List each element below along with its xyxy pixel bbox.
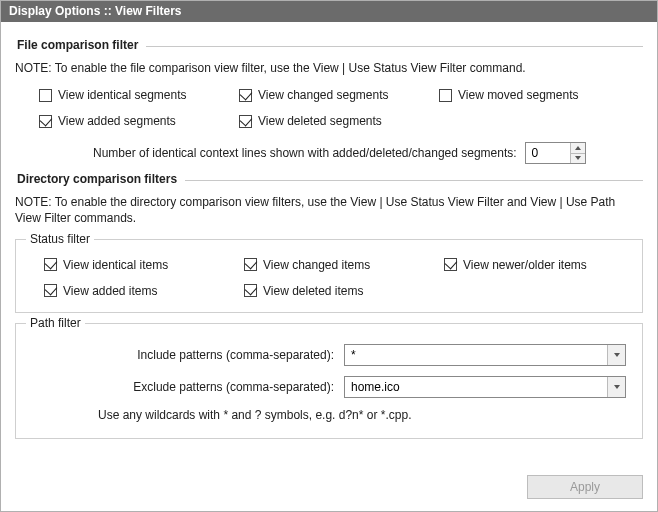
- view-changed-segments-checkbox[interactable]: View changed segments: [239, 88, 439, 102]
- checkbox-box: [44, 284, 57, 297]
- chevron-up-icon: [575, 146, 581, 150]
- checkbox-box: [44, 258, 57, 271]
- exclude-patterns-label: Exclude patterns (comma-separated):: [58, 380, 338, 394]
- checkbox-box: [439, 89, 452, 102]
- context-lines-input[interactable]: [526, 143, 570, 163]
- view-deleted-items-checkbox[interactable]: View deleted items: [244, 284, 444, 298]
- checkbox-label: View identical segments: [58, 88, 187, 102]
- checkbox-box: [444, 258, 457, 271]
- chevron-down-icon: [614, 353, 620, 357]
- path-filter-title: Path filter: [26, 316, 85, 330]
- dialog-title: Display Options :: View Filters: [1, 1, 657, 22]
- divider: [185, 180, 643, 181]
- view-newer-older-items-checkbox[interactable]: View newer/older items: [444, 258, 644, 272]
- checkbox-label: View added segments: [58, 114, 176, 128]
- include-patterns-input[interactable]: [345, 345, 607, 365]
- view-added-segments-checkbox[interactable]: View added segments: [39, 114, 239, 128]
- path-filter-hint: Use any wildcards with * and ? symbols, …: [98, 408, 630, 422]
- include-patterns-label: Include patterns (comma-separated):: [58, 348, 338, 362]
- checkbox-label: View changed items: [263, 258, 370, 272]
- file-comparison-filter-group: File comparison filter NOTE: To enable t…: [15, 38, 643, 164]
- status-filter-group: Status filter View identical items View …: [15, 239, 643, 313]
- include-patterns-combo[interactable]: [344, 344, 626, 366]
- checkbox-box: [39, 115, 52, 128]
- view-moved-segments-checkbox[interactable]: View moved segments: [439, 88, 639, 102]
- checkbox-box: [239, 89, 252, 102]
- status-filter-title: Status filter: [26, 232, 94, 246]
- spin-down-button[interactable]: [571, 153, 585, 164]
- checkbox-label: View added items: [63, 284, 158, 298]
- divider: [146, 46, 643, 47]
- checkbox-box: [239, 115, 252, 128]
- file-filter-legend: File comparison filter: [15, 38, 140, 52]
- view-added-items-checkbox[interactable]: View added items: [44, 284, 244, 298]
- exclude-patterns-input[interactable]: [345, 377, 607, 397]
- checkbox-label: View changed segments: [258, 88, 389, 102]
- view-identical-items-checkbox[interactable]: View identical items: [44, 258, 244, 272]
- apply-button[interactable]: Apply: [527, 475, 643, 499]
- include-dropdown-button[interactable]: [607, 345, 625, 365]
- view-identical-segments-checkbox[interactable]: View identical segments: [39, 88, 239, 102]
- exclude-dropdown-button[interactable]: [607, 377, 625, 397]
- view-deleted-segments-checkbox[interactable]: View deleted segments: [239, 114, 439, 128]
- checkbox-box: [39, 89, 52, 102]
- chevron-down-icon: [575, 156, 581, 160]
- file-filter-note: NOTE: To enable the file comparison view…: [15, 60, 643, 76]
- directory-comparison-filters-group: Directory comparison filters NOTE: To en…: [15, 172, 643, 438]
- path-filter-group: Path filter Include patterns (comma-sepa…: [15, 323, 643, 439]
- dir-filter-legend: Directory comparison filters: [15, 172, 179, 186]
- checkbox-label: View deleted segments: [258, 114, 382, 128]
- checkbox-label: View moved segments: [458, 88, 579, 102]
- context-lines-label: Number of identical context lines shown …: [93, 146, 517, 160]
- view-changed-items-checkbox[interactable]: View changed items: [244, 258, 444, 272]
- checkbox-label: View deleted items: [263, 284, 364, 298]
- exclude-patterns-combo[interactable]: [344, 376, 626, 398]
- context-lines-stepper[interactable]: [525, 142, 586, 164]
- chevron-down-icon: [614, 385, 620, 389]
- checkbox-label: View newer/older items: [463, 258, 587, 272]
- checkbox-box: [244, 258, 257, 271]
- checkbox-box: [244, 284, 257, 297]
- spin-up-button[interactable]: [571, 143, 585, 153]
- checkbox-label: View identical items: [63, 258, 168, 272]
- dir-filter-note: NOTE: To enable the directory comparison…: [15, 194, 643, 226]
